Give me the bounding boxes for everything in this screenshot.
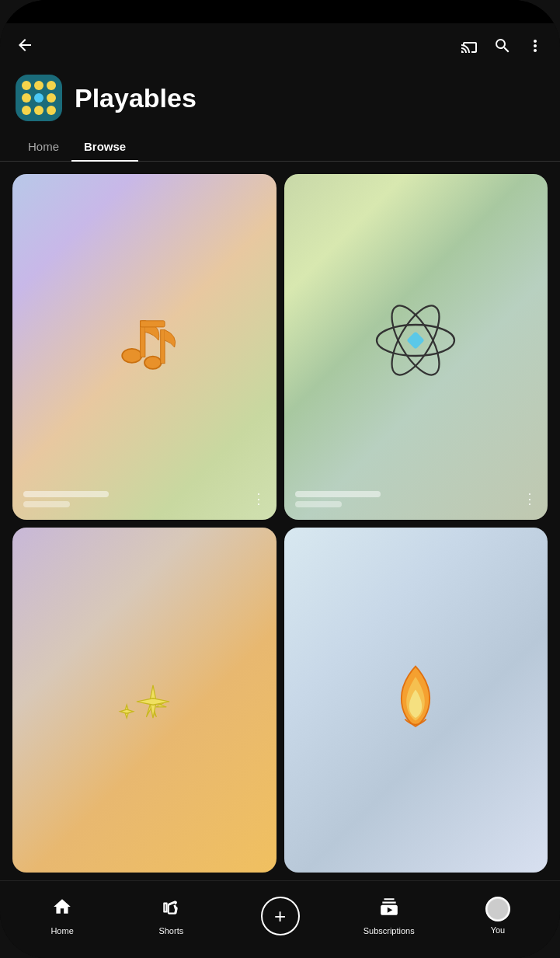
top-bar-right [461,37,544,59]
svg-rect-3 [160,329,164,363]
nav-item-home[interactable]: Home [8,897,117,935]
dot-3 [47,81,56,90]
card-music-lines [23,491,109,507]
card-science-footer: ⋮ [295,491,537,507]
svg-rect-4 [140,321,165,327]
avatar-image [488,899,508,919]
cards-grid: ⋮ [0,162,560,880]
nav-subscriptions-label: Subscriptions [363,926,415,935]
svg-point-2 [144,356,162,368]
card-line-short-2 [295,501,342,507]
card-science-content: ⋮ [284,174,548,520]
card-fire-icon-area [295,543,537,861]
card-line-long-2 [295,491,381,497]
card-science[interactable]: ⋮ [284,174,548,520]
dot-9 [47,106,56,115]
search-icon[interactable] [493,37,512,59]
dot-4 [22,93,31,103]
card-science-more-button[interactable]: ⋮ [523,492,537,506]
top-bar-left [16,33,40,62]
atom-icon [373,301,458,379]
app-title: Playables [75,83,197,113]
dot-5 [34,93,43,103]
cast-icon[interactable] [461,37,479,59]
nav-item-add[interactable]: + [225,897,334,935]
dot-1 [22,81,31,90]
svg-point-0 [122,349,141,363]
card-fire[interactable] [284,528,548,873]
app-header: Playables [0,68,560,132]
nav-home-label: Home [50,926,73,935]
card-music-content: ⋮ [12,174,277,520]
dot-8 [34,106,43,115]
subscriptions-icon [379,897,399,922]
card-science-lines [295,491,381,507]
phone-shell: Playables Home Browse [0,0,560,958]
tab-browse[interactable]: Browse [71,132,138,161]
more-options-icon[interactable] [526,37,544,59]
dot-2 [34,81,43,90]
bottom-nav: Home Shorts + [0,880,560,958]
card-line-short [23,501,70,507]
tabs-bar: Home Browse [0,132,560,162]
nav-item-you[interactable]: You [443,897,552,935]
card-music-icon-area [23,190,266,491]
card-line-long [23,491,109,497]
nav-item-subscriptions[interactable]: Subscriptions [335,897,443,935]
sparkle-icon [102,667,187,737]
top-bar [0,23,560,68]
card-sparkle[interactable] [12,528,277,873]
card-sparkle-content [12,528,277,873]
back-button[interactable] [16,33,40,62]
card-music[interactable]: ⋮ [12,174,277,520]
card-fire-content [284,528,548,873]
music-note-icon [102,305,187,375]
status-bar [0,0,560,23]
card-science-icon-area [295,190,537,491]
nav-shorts-label: Shorts [158,926,183,935]
card-music-footer: ⋮ [23,491,266,507]
dot-6 [47,93,56,103]
user-avatar [485,897,510,921]
dot-7 [22,106,31,115]
nav-item-shorts[interactable]: Shorts [117,897,225,935]
app-icon-dots [17,76,61,120]
card-sparkle-icon-area [23,543,266,861]
nav-you-label: You [491,925,506,935]
app-logo-icon [16,75,62,121]
fire-icon [381,663,450,740]
tab-home[interactable]: Home [16,132,71,161]
add-button[interactable]: + [261,897,300,935]
add-icon: + [274,906,286,926]
shorts-icon [161,897,181,922]
app-container: Playables Home Browse [0,23,560,958]
card-music-more-button[interactable]: ⋮ [252,492,266,506]
home-icon [52,897,72,922]
svg-rect-8 [407,331,425,349]
